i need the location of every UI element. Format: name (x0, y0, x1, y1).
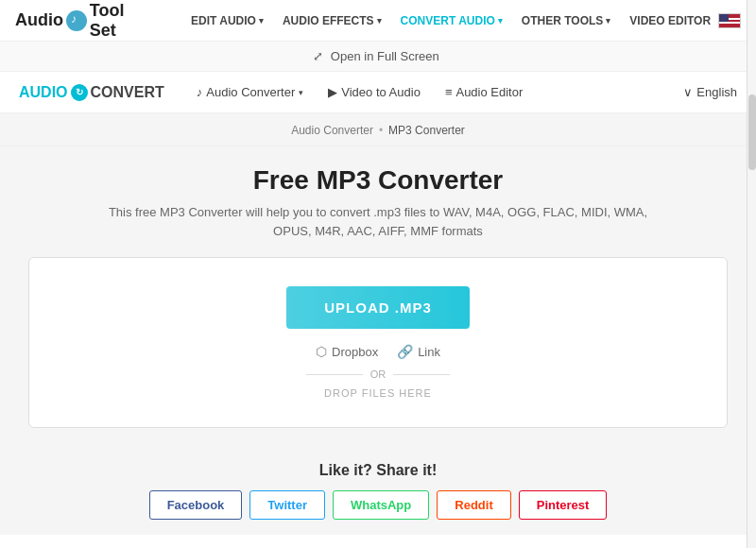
nav-video-editor[interactable]: VIDEO EDITOR (622, 10, 718, 31)
other-tools-caret: ▾ (606, 16, 610, 26)
upload-button[interactable]: UPLOAD .MP3 (286, 286, 470, 329)
logo-text-after: Tool Set (90, 1, 155, 41)
share-title: Like it? Share it! (0, 462, 756, 479)
dropbox-icon: ⬡ (316, 344, 327, 359)
breadcrumb-bar: Audio Converter • MP3 Converter (0, 113, 756, 146)
sub-nav: AUDIO ↻ CONVERT ♪ Audio Converter ▾ ▶ Vi… (0, 72, 756, 113)
nav-items: EDIT AUDIO ▾ AUDIO EFFECTS ▾ CONVERT AUD… (183, 10, 718, 31)
breadcrumb-separator: • (379, 124, 383, 137)
flag-icon[interactable] (718, 13, 741, 28)
link-label: Link (418, 345, 440, 359)
or-text: OR (370, 368, 387, 380)
nav-convert-audio[interactable]: CONVERT AUDIO ▾ (393, 10, 510, 31)
nav-other-tools[interactable]: OTHER TOOLS ▾ (514, 10, 618, 31)
or-divider: OR (48, 368, 708, 380)
sub-nav-audio-converter[interactable]: ♪ Audio Converter ▾ (187, 81, 313, 103)
page-title: Free MP3 Converter (28, 165, 728, 196)
convert-audio-caret: ▾ (498, 16, 503, 26)
audio-effects-caret: ▾ (377, 16, 382, 26)
or-line-left (306, 374, 363, 375)
language-caret: ∨ (683, 85, 693, 99)
audio-editor-icon: ≡ (445, 85, 453, 99)
dropbox-label: Dropbox (332, 345, 378, 359)
scrollbar-thumb[interactable] (748, 94, 756, 170)
link-icon: 🔗 (397, 344, 413, 359)
sub-logo[interactable]: AUDIO ↻ CONVERT (19, 84, 164, 101)
sub-nav-audio-editor[interactable]: ≡ Audio Editor (436, 81, 532, 103)
audio-converter-caret: ▾ (299, 88, 303, 97)
video-to-audio-icon: ▶ (328, 85, 337, 99)
sub-logo-icon: ↻ (71, 84, 88, 101)
page-description: This free MP3 Converter will help you to… (94, 203, 662, 240)
fullscreen-bar[interactable]: ⤢ Open in Full Screen (0, 42, 756, 72)
share-twitter[interactable]: Twitter (249, 490, 325, 520)
breadcrumb: Audio Converter • MP3 Converter (291, 124, 465, 137)
share-section: Like it? Share it! Facebook Twitter What… (0, 447, 756, 535)
top-nav: Audio Tool Set EDIT AUDIO ▾ AUDIO EFFECT… (0, 0, 756, 42)
audio-converter-icon: ♪ (197, 85, 203, 99)
fullscreen-label: Open in Full Screen (331, 49, 439, 63)
language-label: English (696, 85, 737, 99)
share-whatsapp[interactable]: WhatsApp (333, 490, 429, 520)
sub-nav-video-to-audio[interactable]: ▶ Video to Audio (318, 81, 430, 103)
nav-audio-effects[interactable]: AUDIO EFFECTS ▾ (275, 10, 389, 31)
right-scrollbar[interactable] (747, 0, 756, 548)
share-facebook[interactable]: Facebook (149, 490, 243, 520)
fullscreen-icon: ⤢ (313, 49, 323, 63)
link-option[interactable]: 🔗 Link (397, 344, 440, 359)
share-pinterest[interactable]: Pinterest (519, 490, 608, 520)
share-buttons: Facebook Twitter WhatsApp Reddit Pintere… (0, 490, 756, 520)
or-line-right (393, 374, 450, 375)
logo-icon (66, 10, 87, 31)
drop-text: DROP FILES HERE (48, 387, 708, 399)
main-content: Free MP3 Converter This free MP3 Convert… (0, 146, 756, 447)
dropbox-option[interactable]: ⬡ Dropbox (316, 344, 378, 359)
language-selector[interactable]: ∨ English (683, 85, 737, 99)
breadcrumb-parent[interactable]: Audio Converter (291, 124, 373, 137)
sub-nav-items: ♪ Audio Converter ▾ ▶ Video to Audio ≡ A… (187, 81, 684, 103)
breadcrumb-current: MP3 Converter (388, 124, 465, 137)
logo-text-before: Audio (15, 10, 63, 30)
upload-box: UPLOAD .MP3 ⬡ Dropbox 🔗 Link OR DROP FIL… (28, 257, 728, 428)
upload-options: ⬡ Dropbox 🔗 Link (48, 344, 708, 359)
nav-edit-audio[interactable]: EDIT AUDIO ▾ (183, 10, 271, 31)
logo-link[interactable]: Audio Tool Set (15, 1, 155, 41)
sub-logo-audio: AUDIO (19, 84, 68, 101)
edit-audio-caret: ▾ (259, 16, 264, 26)
sub-logo-convert: CONVERT (91, 84, 164, 101)
share-reddit[interactable]: Reddit (437, 490, 510, 520)
